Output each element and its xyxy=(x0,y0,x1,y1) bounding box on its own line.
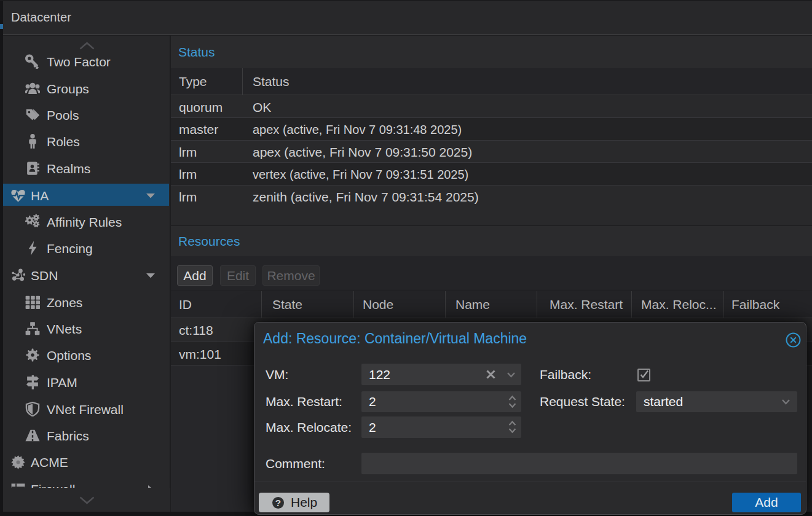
svg-text:?: ? xyxy=(275,498,281,508)
